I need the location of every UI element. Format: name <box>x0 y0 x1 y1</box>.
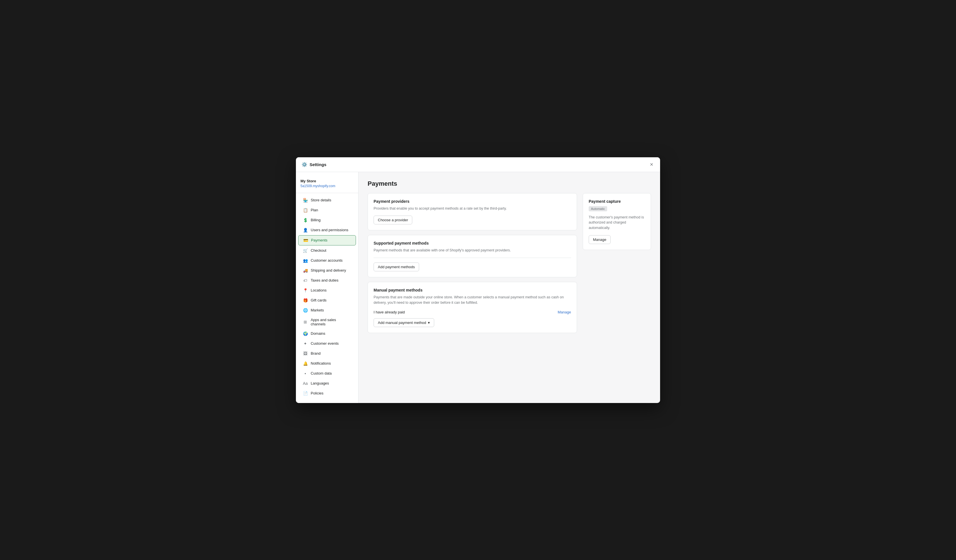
payment-providers-title: Payment providers <box>374 199 571 204</box>
page-title: Payments <box>368 180 651 187</box>
sidebar-item-label-brand: Brand <box>311 351 321 356</box>
left-cards: Payment providers Providers that enable … <box>368 193 577 333</box>
manual-methods-title: Manual payment methods <box>374 288 571 292</box>
sidebar-item-label-plan: Plan <box>311 208 318 212</box>
sidebar-item-label-shipping-delivery: Shipping and delivery <box>311 268 346 273</box>
sidebar-item-gift-cards[interactable]: 🎁Gift cards <box>298 295 356 305</box>
settings-window: ⚙️ Settings × My Store 5a1509.myshopify.… <box>296 157 660 403</box>
store-name: My Store <box>300 179 354 183</box>
sidebar-item-apps-channels[interactable]: ⊞Apps and sales channels <box>298 315 356 328</box>
manual-methods-desc: Payments that are made outside your onli… <box>374 295 571 306</box>
sidebar-item-languages[interactable]: AaLanguages <box>298 378 356 388</box>
manual-methods-card: Manual payment methods Payments that are… <box>368 282 577 333</box>
sidebar-item-label-billing: Billing <box>311 218 321 222</box>
supported-methods-desc: Payment methods that are available with … <box>374 248 571 253</box>
window-title: Settings <box>310 162 326 167</box>
users-permissions-icon: 👤 <box>303 227 308 233</box>
languages-icon: Aa <box>303 381 308 386</box>
sidebar-item-label-custom-data: Custom data <box>311 371 332 375</box>
sidebar-item-markets[interactable]: 🌐Markets <box>298 306 356 315</box>
sidebar-item-shipping-delivery[interactable]: 🚚Shipping and delivery <box>298 266 356 275</box>
shipping-delivery-icon: 🚚 <box>303 268 308 273</box>
sidebar-item-label-customer-events: Customer events <box>311 341 338 345</box>
sidebar-item-label-markets: Markets <box>311 308 324 312</box>
title-bar-left: ⚙️ Settings <box>302 162 326 167</box>
plan-icon: 📋 <box>303 208 308 213</box>
billing-icon: 💲 <box>303 218 308 223</box>
sidebar-item-domains[interactable]: 🌍Domains <box>298 329 356 339</box>
sidebar-item-checkout[interactable]: 🛒Checkout <box>298 246 356 256</box>
taxes-duties-icon: 🏷 <box>303 278 308 283</box>
sidebar-item-label-users-permissions: Users and permissions <box>311 228 348 232</box>
apps-channels-icon: ⊞ <box>303 319 308 325</box>
sidebar-item-label-domains: Domains <box>311 331 325 336</box>
content-area: My Store 5a1509.myshopify.com 🏪Store det… <box>296 172 660 403</box>
add-manual-method-button[interactable]: Add manual payment method ▾ <box>374 318 434 327</box>
customer-accounts-icon: 👥 <box>303 258 308 263</box>
sidebar-item-label-gift-cards: Gift cards <box>311 298 327 302</box>
manual-existing-label: I have already paid <box>374 310 405 314</box>
sidebar-item-label-apps-channels: Apps and sales channels <box>311 318 351 326</box>
locations-icon: 📍 <box>303 288 308 293</box>
sidebar-item-label-languages: Languages <box>311 381 329 385</box>
sidebar-item-custom-data[interactable]: ▪Custom data <box>298 369 356 378</box>
domains-icon: 🌍 <box>303 331 308 336</box>
sidebar-item-label-checkout: Checkout <box>311 248 326 253</box>
policies-icon: 📄 <box>303 391 308 396</box>
close-button[interactable]: × <box>649 160 654 168</box>
sidebar-item-label-taxes-duties: Taxes and duties <box>311 278 338 282</box>
sidebar-item-customer-events[interactable]: ✦Customer events <box>298 339 356 348</box>
manual-manage-link[interactable]: Manage <box>558 310 571 314</box>
right-card: Payment capture Automatic The customer's… <box>583 193 651 250</box>
markets-icon: 🌐 <box>303 308 308 313</box>
sidebar: My Store 5a1509.myshopify.com 🏪Store det… <box>296 172 358 403</box>
payment-capture-manage-button[interactable]: Manage <box>589 235 611 244</box>
add-manual-method-label: Add manual payment method <box>378 320 426 325</box>
payments-icon: 💳 <box>303 238 308 243</box>
sidebar-item-taxes-duties[interactable]: 🏷Taxes and duties <box>298 276 356 285</box>
sidebar-item-plan[interactable]: 📋Plan <box>298 205 356 215</box>
store-info: My Store 5a1509.myshopify.com <box>296 177 358 193</box>
sidebar-item-label-locations: Locations <box>311 288 327 292</box>
store-details-icon: 🏪 <box>303 198 308 203</box>
sidebar-item-billing[interactable]: 💲Billing <box>298 215 356 225</box>
choose-provider-button[interactable]: Choose a provider <box>374 216 412 224</box>
gift-cards-icon: 🎁 <box>303 298 308 303</box>
sidebar-item-label-policies: Policies <box>311 391 324 395</box>
payment-providers-desc: Providers that enable you to accept paym… <box>374 206 571 211</box>
payment-capture-desc: The customer's payment method is authori… <box>589 215 645 231</box>
sidebar-item-notifications[interactable]: 🔔Notifications <box>298 359 356 368</box>
payment-capture-title: Payment capture <box>589 199 645 204</box>
supported-methods-card: Supported payment methods Payment method… <box>368 235 577 277</box>
sidebar-item-label-payments: Payments <box>311 238 327 242</box>
notifications-icon: 🔔 <box>303 361 308 366</box>
gear-icon: ⚙️ <box>302 162 307 167</box>
payment-capture-card: Payment capture Automatic The customer's… <box>583 193 651 250</box>
cards-layout: Payment providers Providers that enable … <box>368 193 651 333</box>
nav-list: 🏪Store details📋Plan💲Billing👤Users and pe… <box>296 195 358 398</box>
customer-events-icon: ✦ <box>303 341 308 346</box>
sidebar-item-brand[interactable]: 🖼Brand <box>298 349 356 358</box>
sidebar-item-label-store-details: Store details <box>311 198 331 202</box>
sidebar-item-users-permissions[interactable]: 👤Users and permissions <box>298 225 356 235</box>
automatic-badge: Automatic <box>589 206 607 211</box>
sidebar-item-store-details[interactable]: 🏪Store details <box>298 195 356 205</box>
manual-existing-row: I have already paid Manage <box>374 310 571 314</box>
store-url[interactable]: 5a1509.myshopify.com <box>300 184 335 188</box>
payment-providers-card: Payment providers Providers that enable … <box>368 193 577 231</box>
brand-icon: 🖼 <box>303 351 308 356</box>
sidebar-item-label-customer-accounts: Customer accounts <box>311 258 343 262</box>
dropdown-arrow-icon: ▾ <box>428 320 430 325</box>
sidebar-item-customer-accounts[interactable]: 👥Customer accounts <box>298 256 356 265</box>
checkout-icon: 🛒 <box>303 248 308 253</box>
main-content: Payments Payment providers Providers tha… <box>358 172 660 403</box>
sidebar-item-label-notifications: Notifications <box>311 361 331 365</box>
add-payment-methods-button[interactable]: Add payment methods <box>374 262 419 271</box>
title-bar: ⚙️ Settings × <box>296 157 660 172</box>
custom-data-icon: ▪ <box>303 371 308 376</box>
sidebar-item-policies[interactable]: 📄Policies <box>298 389 356 398</box>
sidebar-item-locations[interactable]: 📍Locations <box>298 285 356 295</box>
sidebar-item-payments[interactable]: 💳Payments <box>298 235 356 245</box>
supported-methods-title: Supported payment methods <box>374 241 571 245</box>
